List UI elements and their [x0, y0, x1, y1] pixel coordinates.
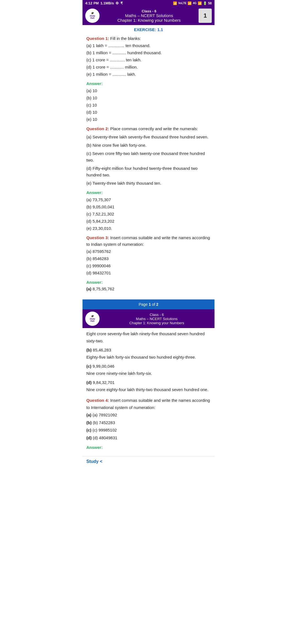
question-4-label: Question 4: [86, 398, 109, 403]
page-sep: of [151, 302, 156, 307]
q1-part-a: (a) 1 lakh = .............. ten thousand… [86, 42, 211, 49]
a3-b-value: (b) 85,46,283 [86, 346, 211, 354]
header-center: Class - 6 Maths – NCERT Solutions Chapte… [100, 9, 199, 23]
page2-content: Eight crore seventy-five lakh ninety-fiv… [82, 328, 215, 456]
4g-icon: 4G [193, 2, 196, 5]
wifi-icon: 📶 [173, 1, 177, 5]
q1-part-d: (d) 1 crore = ............ million. [86, 64, 211, 70]
bottom-nav[interactable]: Study < [82, 456, 215, 467]
answer-1-parts: (a) 10 (b) 10 (c) 10 (d) 10 (e) 10 [86, 88, 211, 123]
exercise-title: EXERCISE: 1.1 [82, 25, 215, 33]
q1-part-c: (c) 1 crore = ............. ten lakh. [86, 57, 211, 63]
page2-chapter: Chapter 1: Knowing your Numbers [102, 321, 212, 325]
page-header: 🎓 Study Path Class - 6 Maths – NCERT Sol… [82, 6, 215, 25]
signal2-icon: 📶 [198, 1, 202, 5]
logo-text: 🎓 Study Path [90, 12, 95, 19]
a1-part-e: (e) 10 [86, 116, 211, 123]
a3-c-num: 9,99,00,046 [93, 364, 114, 369]
q2-part-b: (b) Nine crore five lakh forty-one. [86, 142, 211, 149]
settings-icon[interactable]: ⚙ [116, 1, 119, 5]
a3-d-bold: (d) [86, 380, 92, 385]
a3-d-value: (d) 9,84,32,701 [86, 379, 211, 386]
q4-b-bold: (b) [86, 420, 93, 425]
page-text: Page [139, 302, 149, 307]
q4-a-bold: (a) [86, 413, 93, 417]
question-3-block: Question 3: Insert commas suitable and w… [86, 234, 211, 276]
question-4-text: Question 4: Insert commas suitable and w… [86, 397, 211, 411]
q2-part-c: (c) Seven crore fifty-two lakh twenty-on… [86, 150, 211, 163]
q3-part-b: (b) 8546283 [86, 255, 211, 262]
class-title: Class - 6 [101, 9, 197, 13]
status-left: 4:12 PM 1.1MB/s ⚙ ₹ [85, 1, 123, 5]
a3-c-block: (c) 9,99,00,046 Nine crore ninety-nine l… [86, 363, 211, 377]
a2-part-b: (b) 9,05,00,041 [86, 204, 211, 210]
question-3-label: Question 3: [86, 235, 109, 240]
subject-title: Maths – NCERT Solutions [101, 13, 197, 18]
answer-4-label: Answer: [86, 444, 211, 451]
answer-1-block: Answer: (a) 10 (b) 10 (c) 10 (d) 10 (e) … [86, 80, 211, 123]
question-2-label: Question 2: [86, 126, 109, 131]
a1-part-d: (d) 10 [86, 109, 211, 116]
q4-part-b: (b) (b) 7452283 [86, 419, 211, 426]
question-2-parts: (a) Seventy-three lakh seventy-five thou… [86, 134, 211, 187]
a3-desc-a: Eight crore seventy-five lakh ninety-fiv… [86, 330, 211, 344]
q4-c-bold: (c) [86, 428, 93, 432]
q2-part-e: (e) Twenty-three lakh thirty thousand te… [86, 180, 211, 187]
page-bar: Page 1 of 2 [82, 299, 215, 309]
page2-logo: 🎓 Study Path [85, 312, 100, 326]
page-number: 1 [199, 9, 212, 23]
page2-class: Class - 6 [102, 313, 212, 317]
a3-c-bold: (c) [86, 364, 91, 369]
rupee-icon: ₹ [120, 1, 123, 5]
page2-logo-text: 🎓 Study Path [90, 315, 95, 322]
q1-part-e: (e) 1 million = ............ lakh. [86, 71, 211, 78]
answer-2-parts: (a) 73,75,307 (b) 9,05,00,041 (c) 7,52,2… [86, 197, 211, 232]
answer-3-a-value: 8,75,95,762 [93, 286, 114, 291]
question-2-body: Place commas correctly and write the num… [110, 126, 198, 131]
a1-part-c: (c) 10 [86, 102, 211, 108]
question-3-parts: (a) 87595762 (b) 8546283 (c) 99900046 (d… [86, 248, 211, 276]
battery-level: 58 [208, 1, 212, 5]
a3-c-desc: Nine crore ninety-nine lakh forty-six. [86, 370, 211, 377]
a3-b-block: (b) 85,46,283 Eighty-five lakh forty-six… [86, 346, 211, 361]
chapter-title: Chapter 1: Knowing your Numbers [101, 18, 197, 23]
page2-subject: Maths – NCERT Solutions [102, 317, 212, 321]
question-1-body: Fill in the blanks: [110, 36, 141, 41]
lte-icon: VoLTE [178, 2, 186, 5]
a3-b-num: 85,46,283 [93, 348, 111, 352]
answer-2-block: Answer: (a) 73,75,307 (b) 9,05,00,041 (c… [86, 189, 211, 232]
status-right: 📶 VoLTE 📶 4G 📶 🔋 58 [173, 1, 212, 5]
q2-part-d: (d) Fifty-eight million four hundred twe… [86, 165, 211, 178]
a2-part-e: (e) 23,30,010. [86, 225, 211, 232]
page2-header-center: Class - 6 Maths – NCERT Solutions Chapte… [102, 313, 212, 325]
study-back-button[interactable]: Study < [86, 459, 102, 464]
time: 4:12 PM [85, 1, 99, 5]
q4-part-c: (c) (c) 99985102 [86, 427, 211, 434]
question-3-text: Question 3: Insert commas suitable and w… [86, 234, 211, 248]
question-2-text: Question 2: Place commas correctly and w… [86, 125, 211, 132]
a3-d-block: (d) 9,84,32,701 Nine crore eighty-four l… [86, 379, 211, 393]
question-1-parts: (a) 1 lakh = .............. ten thousand… [86, 42, 211, 78]
question-1-label: Question 1: [86, 36, 109, 41]
a2-part-d: (d) 5,84,23,202 [86, 218, 211, 225]
page-total: 2 [156, 302, 158, 307]
a3-d-num: 9,84,32,701 [93, 380, 114, 385]
q3-part-c: (c) 99900046 [86, 263, 211, 269]
answer-3-a: (a) 8,75,95,762 [86, 286, 211, 292]
question-1-block: Question 1: Fill in the blanks: (a) 1 la… [86, 35, 211, 78]
main-content-page1: Question 1: Fill in the blanks: (a) 1 la… [82, 33, 215, 297]
q4-d-val: (d) 48049831 [93, 435, 117, 440]
battery-icon: 🔋 [203, 1, 207, 5]
q4-part-d: (d) (d) 48049831 [86, 434, 211, 441]
q3-part-a: (a) 87595762 [86, 248, 211, 255]
q4-d-bold: (d) [86, 435, 93, 440]
answer-3-a-bold: (a) [86, 286, 91, 291]
a2-part-c: (c) 7,52,21,302 [86, 211, 211, 217]
question-4-parts: (a) (a) 78921092 (b) (b) 7452283 (c) (c)… [86, 411, 211, 441]
q3-part-d: (d) 98432701 [86, 270, 211, 276]
page2-header: 🎓 Study Path Class - 6 Maths – NCERT Sol… [82, 309, 215, 328]
signal-icon: 📶 [188, 1, 192, 5]
status-bar: 4:12 PM 1.1MB/s ⚙ ₹ 📶 VoLTE 📶 4G 📶 🔋 58 [82, 0, 215, 6]
answer-3-block: Answer: (a) 8,75,95,762 [86, 279, 211, 292]
q4-part-a: (a) (a) 78921092 [86, 411, 211, 419]
